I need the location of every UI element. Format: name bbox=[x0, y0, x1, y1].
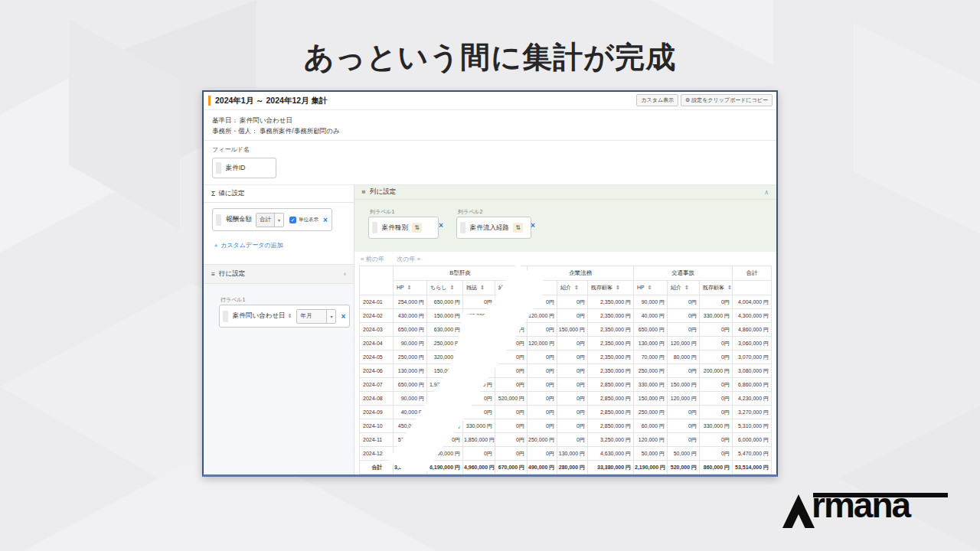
cell: 0円 bbox=[495, 378, 528, 392]
prev-year-link[interactable]: « 前の年 bbox=[361, 256, 384, 262]
value-field-chip[interactable]: 報酬金額 合計 ▾ ✓ 単位表示 × bbox=[212, 208, 332, 231]
sort-order-icon[interactable]: ⇅ bbox=[412, 223, 422, 233]
column-header[interactable]: 雑誌 ⇕ bbox=[463, 281, 495, 295]
sort-icon[interactable]: ⇕ bbox=[449, 285, 454, 290]
cell: 40,000 円 bbox=[394, 406, 427, 419]
sort-icon[interactable]: ⇕ bbox=[684, 285, 689, 290]
remove-col-field2-button[interactable]: × bbox=[531, 221, 535, 230]
cell: 530,000 円 bbox=[394, 433, 427, 447]
drag-handle-icon[interactable] bbox=[216, 214, 221, 226]
field-name-chip[interactable]: 案件ID bbox=[212, 158, 276, 178]
col-field1-chip[interactable]: 案件種別 ⇅ bbox=[368, 217, 439, 239]
column-header[interactable]: 既存顧客 ⇕ bbox=[588, 281, 634, 295]
total-cell: 53,514,000 円 bbox=[733, 461, 772, 474]
total-cell: 860,000 円 bbox=[700, 461, 733, 474]
cell: 520,000 円 bbox=[495, 392, 528, 406]
column-header[interactable]: 紹介 ⇕ bbox=[668, 281, 700, 295]
cell: 0円 bbox=[528, 295, 557, 309]
cell: 3,080,000 円 bbox=[733, 364, 772, 378]
sort-icon[interactable]: ⇕ bbox=[727, 285, 732, 290]
collapse-left-icon[interactable]: ‹ bbox=[344, 270, 346, 278]
next-year-link[interactable]: 次の年 » bbox=[397, 256, 420, 262]
cell: 0円 bbox=[557, 419, 588, 433]
col-label1-caption: 列ラベル1 bbox=[370, 208, 394, 216]
cell: 70,000 円 bbox=[634, 350, 668, 364]
sort-icon[interactable]: ⇕ bbox=[407, 285, 412, 290]
sort-order-icon[interactable]: ⇅ bbox=[513, 223, 523, 233]
cell: 650,000 円 bbox=[427, 295, 463, 309]
cell: 2,850,000 円 bbox=[588, 419, 634, 433]
cell: 630,000 円 bbox=[427, 323, 463, 337]
cell: 450,000 円 bbox=[394, 419, 427, 433]
drag-handle-icon[interactable] bbox=[216, 162, 221, 174]
cell: 0円 bbox=[668, 309, 700, 323]
cell: 0円 bbox=[700, 337, 733, 350]
cell: 0円 bbox=[668, 364, 700, 378]
table-row: 2024-12410,000 円200,000 円0円0円0円130,000 円… bbox=[360, 447, 772, 461]
sort-icon[interactable]: ⇕ bbox=[512, 285, 517, 290]
column-header[interactable]: 紹介 ⇕ bbox=[495, 281, 528, 295]
cell: 330,000 円 bbox=[634, 378, 668, 392]
column-header[interactable]: HP ⇕ bbox=[634, 281, 668, 295]
cell: 0円 bbox=[668, 323, 700, 337]
custom-view-button[interactable]: カスタム表示 bbox=[636, 94, 678, 106]
remove-value-field-button[interactable]: × bbox=[323, 216, 328, 224]
total-cell: 6,190,000 円 bbox=[427, 461, 463, 474]
drag-handle-icon[interactable] bbox=[460, 222, 466, 233]
sort-icon[interactable]: ⇕ bbox=[574, 285, 579, 290]
cell: 3,060,000 円 bbox=[733, 337, 772, 350]
cell: 250,000 円 bbox=[394, 350, 427, 364]
cell: 0円 bbox=[557, 392, 588, 406]
sort-icon[interactable]: ⇕ bbox=[288, 313, 292, 319]
copy-settings-button[interactable]: ⚙ 設定をクリップボードにコピー bbox=[681, 94, 773, 106]
sort-icon[interactable]: ⇕ bbox=[616, 285, 620, 290]
column-header[interactable]: ちらし ⇕ bbox=[427, 281, 463, 295]
field-name-label: フィールド名 bbox=[212, 145, 768, 154]
add-custom-data-link[interactable]: ＋ カスタムデータの追加 bbox=[213, 241, 283, 249]
cell: 0円 bbox=[700, 392, 733, 406]
column-header[interactable] bbox=[528, 281, 557, 295]
column-header[interactable]: HP ⇕ bbox=[394, 281, 427, 295]
cell: 1,850,000 円 bbox=[463, 433, 495, 447]
remove-col-field1-button[interactable]: × bbox=[439, 221, 443, 230]
sort-icon[interactable]: ⇕ bbox=[648, 285, 652, 290]
orange-accent-bar bbox=[208, 96, 211, 106]
drag-handle-icon[interactable] bbox=[223, 311, 228, 322]
cell: 0円 bbox=[668, 295, 700, 309]
column-header[interactable]: 紹介 ⇕ bbox=[557, 281, 588, 295]
total-cell: 3,974,000 円 bbox=[394, 461, 427, 474]
cell: 0円 bbox=[700, 295, 733, 309]
drag-handle-icon[interactable] bbox=[372, 222, 377, 233]
row-field-chip[interactable]: 案件問い合わせ日 ⇕ 年月 ▾ × bbox=[219, 305, 350, 328]
cell: 0円 bbox=[528, 406, 557, 419]
cell: 150,000 円 bbox=[557, 323, 588, 337]
cell: 200,000 円 bbox=[427, 447, 463, 461]
cell: 250,000 円 bbox=[427, 337, 463, 350]
sigma-icon: Σ bbox=[211, 190, 215, 197]
cell: 1,290,000 円 bbox=[427, 419, 463, 433]
cell: 1,920,000 円 bbox=[427, 378, 463, 392]
aggregate-select[interactable]: 合計 ▾ bbox=[256, 213, 284, 227]
total-cell: 2,190,000 円 bbox=[634, 461, 668, 474]
cell: 150,000 円 bbox=[668, 378, 700, 392]
chevron-down-icon[interactable]: ▾ bbox=[274, 214, 283, 227]
unit-display-checkbox[interactable]: ✓ bbox=[289, 217, 296, 223]
chevron-down-icon[interactable]: ▾ bbox=[326, 310, 335, 323]
cell: 0円 bbox=[495, 323, 528, 337]
cell: 0円 bbox=[463, 392, 495, 406]
total-cell: 4,960,000 円 bbox=[463, 461, 495, 474]
sort-icon[interactable]: ⇕ bbox=[480, 285, 485, 290]
window-titlebar: 2024年1月 ～ 2024年12月 集計 カスタム表示 ⚙ 設定をクリップボー… bbox=[204, 92, 776, 110]
row-label: 2024-01 bbox=[360, 295, 394, 309]
cell: 0円 bbox=[463, 447, 495, 461]
cell: 2,350,000 円 bbox=[588, 295, 634, 309]
slide-title: あっという間に集計が完成 bbox=[0, 37, 980, 78]
cell: 120,000 円 bbox=[528, 337, 557, 350]
granularity-select[interactable]: 年月 ▾ bbox=[296, 309, 336, 324]
col-field2-chip[interactable]: 案件流入経路 ⇅ bbox=[456, 217, 531, 239]
collapse-up-icon[interactable]: ∧ bbox=[764, 189, 769, 196]
row-label: 2024-11 bbox=[360, 433, 394, 447]
column-header[interactable]: 既存顧客 ⇕ bbox=[700, 281, 733, 295]
cell: 0円 bbox=[528, 419, 557, 433]
remove-row-field-button[interactable]: × bbox=[341, 312, 345, 321]
